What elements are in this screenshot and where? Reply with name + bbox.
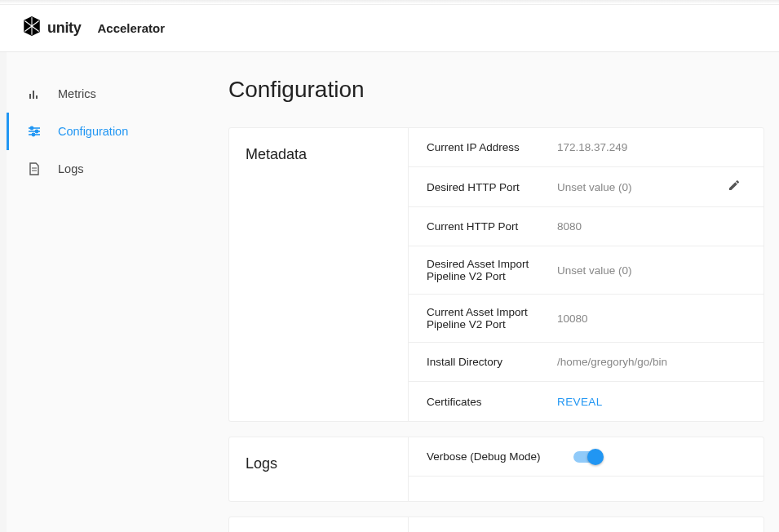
- row-key: Desired HTTP Port: [427, 181, 557, 193]
- svg-rect-0: [29, 94, 31, 99]
- card-collaborate: Collaborate ID accel_id: [228, 516, 764, 532]
- sidebar-item-label: Configuration: [58, 125, 128, 138]
- svg-rect-1: [33, 91, 34, 99]
- row-current-http-port: Current HTTP Port 8080: [409, 207, 764, 246]
- row-key: Install Directory: [427, 356, 557, 368]
- svg-point-8: [32, 133, 34, 135]
- card-title: Metadata: [229, 128, 409, 421]
- pencil-icon: [728, 179, 741, 195]
- row-current-ip: Current IP Address 172.18.37.249: [409, 128, 764, 167]
- sidebar-item-metrics[interactable]: Metrics: [7, 75, 210, 113]
- row-id: ID accel_id: [409, 517, 764, 532]
- unity-cube-icon: [21, 16, 42, 41]
- edit-button[interactable]: [723, 179, 746, 195]
- app-title: Accelerator: [98, 21, 166, 35]
- row-key: Current Asset Import Pipeline V2 Port: [427, 306, 557, 330]
- svg-point-4: [30, 126, 33, 129]
- reveal-link[interactable]: REVEAL: [557, 396, 746, 408]
- row-empty: [409, 477, 764, 501]
- row-certificates: Certificates REVEAL: [409, 382, 764, 421]
- row-key: Current IP Address: [427, 141, 557, 153]
- main-content: Configuration Metadata Current IP Addres…: [210, 52, 779, 532]
- row-key: Desired Asset Import Pipeline V2 Port: [427, 258, 557, 282]
- row-value: 8080: [557, 220, 746, 233]
- row-desired-http-port: Desired HTTP Port Unset value (0): [409, 167, 764, 207]
- left-strip: [0, 52, 7, 532]
- sidebar-item-logs[interactable]: Logs: [7, 150, 210, 188]
- row-value: Unset value (0): [557, 264, 746, 277]
- sidebar: Metrics Configuration Logs: [7, 52, 210, 532]
- svg-rect-2: [36, 95, 38, 99]
- bar-chart-icon: [27, 86, 42, 101]
- unity-logo: unity: [21, 16, 82, 41]
- row-value: /home/gregoryh/go/bin: [557, 356, 746, 368]
- sliders-icon: [27, 124, 42, 139]
- sidebar-item-label: Logs: [58, 162, 83, 175]
- row-key: Verbose (Debug Mode): [427, 450, 573, 463]
- row-desired-pipeline-port: Desired Asset Import Pipeline V2 Port Un…: [409, 246, 764, 295]
- row-current-pipeline-port: Current Asset Import Pipeline V2 Port 10…: [409, 295, 764, 343]
- row-value: Unset value (0): [557, 181, 723, 193]
- sidebar-item-label: Metrics: [58, 87, 96, 100]
- page-title: Configuration: [228, 77, 764, 103]
- document-icon: [27, 162, 42, 176]
- svg-point-6: [35, 130, 38, 132]
- row-verbose: Verbose (Debug Mode): [409, 437, 764, 477]
- card-logs: Logs Verbose (Debug Mode): [228, 437, 764, 502]
- sidebar-item-configuration[interactable]: Configuration: [7, 113, 210, 150]
- brand-text: unity: [47, 20, 82, 37]
- row-value: 10080: [557, 313, 746, 325]
- verbose-toggle[interactable]: [573, 451, 601, 463]
- row-install-directory: Install Directory /home/gregoryh/go/bin: [409, 343, 764, 382]
- card-metadata: Metadata Current IP Address 172.18.37.24…: [228, 127, 764, 422]
- row-value: 172.18.37.249: [557, 141, 746, 153]
- row-key: Certificates: [427, 396, 557, 408]
- app-header: unity Accelerator: [0, 5, 779, 52]
- card-title: Collaborate: [229, 517, 409, 532]
- row-key: Current HTTP Port: [427, 220, 557, 233]
- card-title: Logs: [229, 437, 409, 501]
